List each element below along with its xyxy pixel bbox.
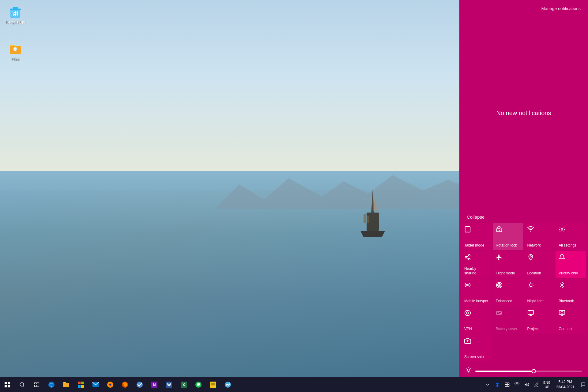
qa-tile-tablet-mode[interactable]: Tablet mode — [461, 223, 492, 250]
night-light-icon — [527, 282, 534, 290]
nearby-sharing-icon — [464, 254, 471, 262]
taskbar-app-firefox2[interactable] — [118, 377, 132, 392]
svg-marker-4 — [360, 231, 385, 237]
vpn-icon — [464, 310, 471, 318]
collapse-button[interactable]: Collapse — [459, 212, 588, 222]
svg-rect-45 — [528, 311, 533, 315]
svg-marker-0 — [215, 175, 491, 209]
language-region: US — [545, 385, 549, 389]
svg-rect-65 — [8, 382, 10, 384]
svg-rect-13 — [465, 227, 470, 232]
svg-point-20 — [469, 258, 470, 260]
svg-point-38 — [466, 312, 469, 314]
svg-text:📄: 📄 — [14, 48, 17, 51]
svg-point-97 — [225, 382, 231, 388]
svg-rect-77 — [81, 382, 84, 384]
tray-multitasking[interactable] — [502, 377, 512, 392]
svg-point-27 — [499, 285, 500, 286]
svg-rect-75 — [63, 383, 69, 387]
taskbar-app-edge[interactable] — [44, 377, 59, 392]
svg-rect-5 — [364, 214, 366, 223]
taskbar-app-stickynotes[interactable] — [206, 377, 221, 392]
tray-pen-icon[interactable] — [532, 377, 541, 392]
search-button[interactable] — [15, 377, 29, 392]
svg-line-21 — [467, 258, 469, 259]
taskbar-app-explorer[interactable] — [59, 377, 74, 392]
svg-rect-98 — [505, 383, 507, 384]
qa-label-flight-mode: Flight mode — [496, 271, 515, 275]
taskbar-app-onenote[interactable]: N — [147, 377, 162, 392]
qa-tile-screen-snip[interactable]: Screen snip — [461, 334, 492, 361]
qa-tile-bluetooth[interactable]: Bluetooth — [556, 279, 586, 306]
svg-rect-100 — [505, 385, 507, 386]
svg-line-63 — [470, 368, 470, 369]
qa-tile-flight-mode[interactable]: Flight mode — [493, 251, 523, 278]
taskbar-app-ticktick[interactable] — [132, 377, 147, 392]
clock-time: 5:42 PM — [559, 379, 572, 385]
qa-tile-connect[interactable]: Connect — [556, 307, 586, 334]
qa-label-night-light: Night light — [527, 299, 544, 303]
qa-label-screen-snip: Screen snip — [464, 355, 484, 359]
start-button[interactable] — [0, 377, 15, 392]
qa-tile-priority-only[interactable]: Priority only — [556, 251, 586, 278]
qa-tile-vpn[interactable]: VPN — [461, 307, 492, 334]
taskbar-app-winstep[interactable] — [221, 377, 235, 392]
qa-label-location: Location — [527, 271, 541, 275]
no-notifications-text: No new notifications — [496, 110, 551, 117]
qa-tile-battery-saver[interactable]: Battery saver — [493, 307, 523, 334]
qa-label-network: Network — [527, 243, 541, 247]
taskbar-app-word[interactable]: W — [162, 377, 176, 392]
qa-label-priority-only: Priority only — [559, 271, 578, 275]
svg-line-36 — [532, 283, 533, 283]
rotation-lock-icon — [496, 226, 503, 235]
svg-rect-71 — [37, 383, 39, 384]
tray-network-icon[interactable] — [512, 377, 522, 392]
qa-tile-rotation-lock[interactable]: Rotation lock — [493, 223, 523, 250]
system-clock[interactable]: 5:42 PM 23/04/2021 — [552, 377, 578, 392]
brightness-slider[interactable] — [475, 371, 582, 372]
language-selector[interactable]: ENG US — [541, 377, 552, 392]
taskbar-app-mail[interactable] — [88, 377, 103, 392]
qa-tile-night-light[interactable]: Night light — [524, 279, 555, 306]
desktop-icon-files[interactable]: 📄 Files — [3, 40, 28, 62]
taskbar-app-spotify[interactable] — [191, 377, 206, 392]
manage-notifications-link[interactable]: Manage notifications — [541, 6, 581, 11]
qa-tile-nearby-sharing[interactable]: Nearby sharing — [461, 251, 492, 278]
battery-saver-icon — [496, 310, 503, 318]
svg-line-69 — [23, 386, 24, 386]
boat-decoration — [357, 188, 388, 243]
svg-rect-101 — [507, 385, 509, 386]
network-icon — [527, 226, 534, 235]
svg-line-22 — [467, 256, 469, 257]
qa-label-vpn: VPN — [464, 327, 472, 331]
qa-label-nearby-sharing: Nearby sharing — [464, 266, 489, 275]
taskbar-app-firefox[interactable] — [103, 377, 118, 392]
svg-text:X: X — [183, 383, 185, 387]
qa-tile-mobile-hotspot[interactable]: Mobile hotspot — [461, 279, 492, 306]
svg-point-55 — [467, 369, 470, 371]
qa-tile-all-settings[interactable]: All settings — [556, 223, 586, 250]
qa-tile-enhanced[interactable]: Enhanced — [493, 279, 523, 306]
files-label: Files — [11, 57, 19, 61]
tray-dropbox[interactable] — [492, 377, 502, 392]
svg-line-31 — [528, 283, 529, 283]
tray-speaker-icon[interactable] — [522, 377, 532, 392]
qa-tile-location[interactable]: Location — [524, 251, 555, 278]
qa-tile-project[interactable]: Project — [524, 307, 555, 334]
desktop-icon-recycle-bin[interactable]: Recycle Bin — [3, 3, 28, 26]
svg-rect-52 — [561, 311, 563, 313]
files-icon: 📄 — [8, 41, 23, 56]
svg-rect-64 — [5, 382, 7, 384]
task-view-button[interactable] — [29, 377, 44, 392]
action-center-panel: Manage notifications No new notification… — [459, 0, 588, 380]
notification-center-button[interactable] — [578, 377, 588, 392]
taskbar-app-excel[interactable]: X — [176, 377, 191, 392]
priority-only-icon — [559, 254, 565, 262]
mobile-hotspot-icon — [464, 282, 471, 290]
tray-chevron[interactable] — [483, 377, 492, 392]
qa-label-tablet-mode: Tablet mode — [464, 243, 484, 247]
svg-marker-2 — [373, 194, 379, 211]
svg-text:N: N — [153, 383, 156, 387]
taskbar-app-store[interactable] — [74, 377, 88, 392]
qa-tile-network[interactable]: Network — [524, 223, 555, 250]
